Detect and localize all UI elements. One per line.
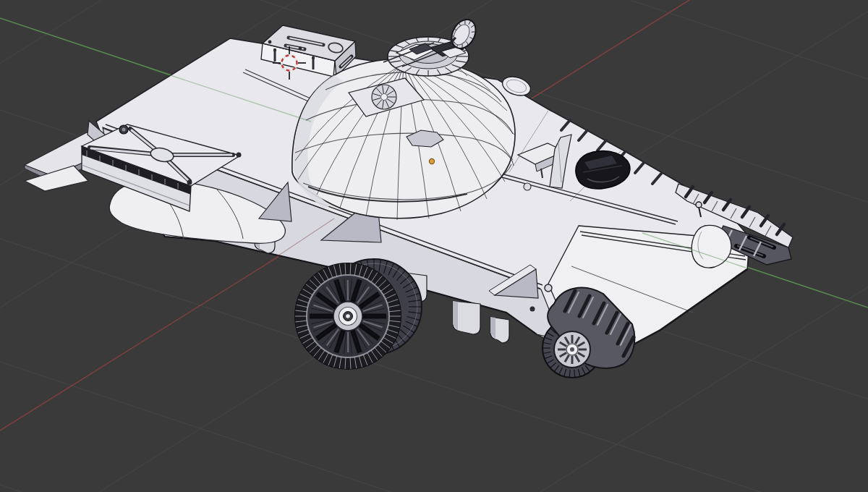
box-bolt — [237, 153, 242, 158]
grease-cap — [545, 284, 552, 292]
hull-bolt — [530, 307, 535, 312]
viewport-3d[interactable] — [0, 0, 868, 492]
box-bolt — [187, 180, 192, 185]
tow-hook-ring — [696, 202, 702, 208]
toolbox-latch-knob — [312, 56, 315, 59]
blender-window — [0, 0, 868, 492]
turret-knob — [524, 183, 531, 190]
grid-lines-x-family — [0, 0, 101, 492]
grid-lines-y-family — [0, 485, 868, 492]
x-brace-knob-center — [122, 128, 126, 132]
toolbox-clamp — [268, 41, 272, 44]
sprocket-pin — [570, 347, 574, 352]
object-origin-dot — [429, 158, 434, 164]
road-wheel-hub-pin — [346, 314, 350, 318]
vent-fan-hub — [381, 94, 388, 101]
toolbox-clamp — [299, 47, 302, 51]
toolbox-latch-knob — [273, 48, 276, 51]
